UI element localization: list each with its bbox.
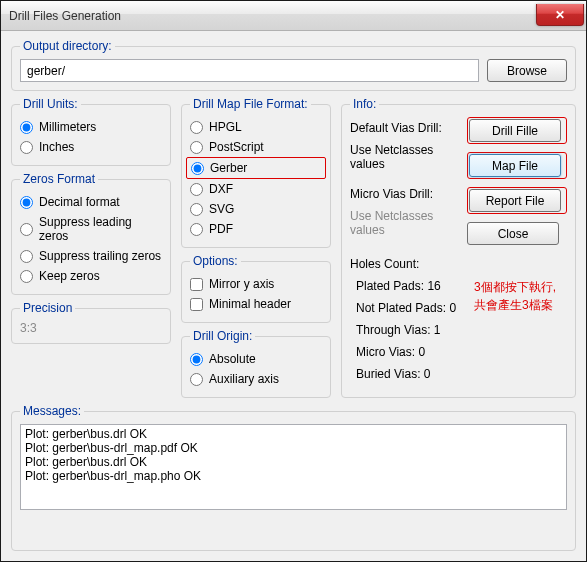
map-pdf[interactable]: PDF [190, 219, 322, 239]
use-netclasses-2: Use Netclasses values [350, 205, 459, 241]
holes-micro: Micro Vias: 0 [350, 341, 459, 363]
map-svg[interactable]: SVG [190, 199, 322, 219]
precision-group: Precision 3:3 [11, 301, 171, 344]
report-file-button[interactable]: Report File [469, 189, 561, 212]
messages-output[interactable]: Plot: gerber\bus.drl OK Plot: gerber\bus… [20, 424, 567, 510]
browse-button[interactable]: Browse [487, 59, 567, 82]
output-directory-input[interactable] [20, 59, 479, 82]
holes-count-label: Holes Count: [350, 253, 459, 275]
option-minimal-header[interactable]: Minimal header [190, 294, 322, 314]
map-postscript[interactable]: PostScript [190, 137, 322, 157]
info-label: Info: [350, 97, 379, 111]
messages-group: Messages: Plot: gerber\bus.drl OK Plot: … [11, 404, 576, 551]
zeros-label: Zeros Format [20, 172, 98, 186]
map-format-group: Drill Map File Format: HPGL PostScript G… [181, 97, 331, 248]
holes-plated: Plated Pads: 16 [350, 275, 459, 297]
zeros-decimal[interactable]: Decimal format [20, 192, 162, 212]
dialog-window: Drill Files Generation ✕ Output director… [0, 0, 587, 562]
origin-absolute[interactable]: Absolute [190, 349, 322, 369]
drill-origin-label: Drill Origin: [190, 329, 255, 343]
holes-through: Through Vias: 1 [350, 319, 459, 341]
map-gerber[interactable]: Gerber [186, 157, 326, 179]
drill-units-label: Drill Units: [20, 97, 81, 111]
drill-units-group: Drill Units: Millimeters Inches [11, 97, 171, 166]
output-label: Output directory: [20, 39, 115, 53]
map-dxf[interactable]: DXF [190, 179, 322, 199]
output-group: Output directory: Browse [11, 39, 576, 91]
window-title: Drill Files Generation [9, 9, 121, 23]
info-group: Info: Default Vias Drill: Use Netclasses… [341, 97, 576, 398]
titlebar: Drill Files Generation ✕ [1, 1, 586, 31]
map-file-button[interactable]: Map File [469, 154, 561, 177]
holes-buried: Buried Vias: 0 [350, 363, 459, 385]
precision-label: Precision [20, 301, 75, 315]
micro-vias-label: Micro Vias Drill: [350, 183, 459, 205]
map-hpgl[interactable]: HPGL [190, 117, 322, 137]
units-inches[interactable]: Inches [20, 137, 162, 157]
units-mm[interactable]: Millimeters [20, 117, 162, 137]
close-button[interactable]: Close [467, 222, 559, 245]
options-label: Options: [190, 254, 241, 268]
default-vias-label: Default Vias Drill: [350, 117, 459, 139]
option-mirror-y[interactable]: Mirror y axis [190, 274, 322, 294]
messages-label: Messages: [20, 404, 84, 418]
options-group: Options: Mirror y axis Minimal header [181, 254, 331, 323]
use-netclasses-1: Use Netclasses values [350, 139, 459, 175]
drill-origin-group: Drill Origin: Absolute Auxiliary axis [181, 329, 331, 398]
precision-value: 3:3 [20, 321, 162, 335]
zeros-keep[interactable]: Keep zeros [20, 266, 162, 286]
zeros-suppress-trailing[interactable]: Suppress trailing zeros [20, 246, 162, 266]
drill-file-button[interactable]: Drill Fille [469, 119, 561, 142]
close-icon: ✕ [555, 8, 565, 22]
map-format-label: Drill Map File Format: [190, 97, 311, 111]
zeros-suppress-leading[interactable]: Suppress leading zeros [20, 212, 162, 246]
zeros-format-group: Zeros Format Decimal format Suppress lea… [11, 172, 171, 295]
window-close-button[interactable]: ✕ [536, 4, 584, 26]
annotation-text: 3個都按下執行, 共會產生3檔案 [474, 278, 574, 314]
holes-notplated: Not Plated Pads: 0 [350, 297, 459, 319]
origin-auxiliary[interactable]: Auxiliary axis [190, 369, 322, 389]
